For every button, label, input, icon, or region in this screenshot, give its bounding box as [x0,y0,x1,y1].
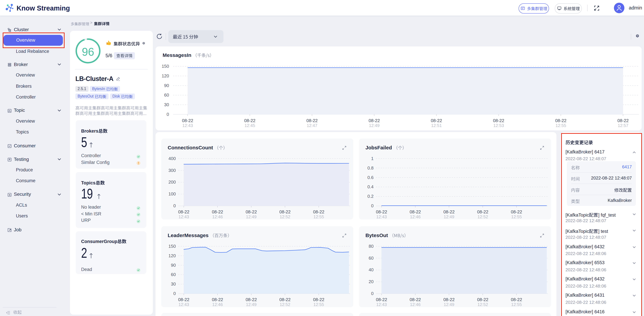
svg-text:08-22: 08-22 [313,297,324,302]
svg-text:1: 1 [371,156,374,161]
svg-text:0: 0 [167,112,169,117]
svg-text:12:46: 12:46 [212,214,223,219]
svg-text:0: 0 [371,291,374,296]
svg-text:12:43: 12:43 [178,302,189,307]
svg-text:12:43: 12:43 [376,302,387,307]
svg-text:90: 90 [164,83,169,88]
svg-text:12:49: 12:49 [369,123,380,128]
svg-text:120: 120 [162,73,169,78]
svg-text:80: 80 [369,244,374,249]
svg-text:08-22: 08-22 [410,209,421,214]
svg-text:12:49: 12:49 [246,214,256,219]
svg-text:12:57: 12:57 [618,123,628,128]
svg-text:12:55: 12:55 [314,214,324,219]
svg-text:90: 90 [171,263,176,268]
svg-text:0.6: 0.6 [368,175,374,180]
svg-text:12:55: 12:55 [511,302,522,307]
svg-text:96: 96 [82,46,94,58]
svg-text:08-22: 08-22 [555,118,566,123]
svg-text:12:55: 12:55 [556,123,566,128]
svg-text:120: 120 [168,253,176,258]
svg-text:12:46: 12:46 [410,214,421,219]
svg-text:12:43: 12:43 [178,214,189,219]
svg-text:200: 200 [168,180,176,185]
svg-text:08-22: 08-22 [369,118,380,123]
svg-text:60: 60 [369,256,374,261]
svg-text:08-22: 08-22 [246,209,257,214]
svg-text:08-22: 08-22 [443,209,455,214]
svg-text:08-22: 08-22 [280,209,291,214]
svg-text:08-22: 08-22 [280,297,291,302]
svg-text:08-22: 08-22 [376,209,387,214]
svg-text:0: 0 [371,203,374,208]
svg-text:300: 300 [168,168,176,173]
svg-text:08-22: 08-22 [443,297,455,302]
svg-text:08-22: 08-22 [313,209,324,214]
svg-text:08-22: 08-22 [376,297,387,302]
svg-text:400: 400 [168,156,176,161]
svg-text:08-22: 08-22 [212,297,223,302]
svg-text:08-22: 08-22 [431,118,442,123]
svg-text:12:52: 12:52 [280,214,290,219]
svg-text:12:49: 12:49 [444,214,454,219]
svg-text:12:46: 12:46 [212,302,223,307]
svg-text:0: 0 [174,203,176,208]
svg-text:0: 0 [174,291,176,296]
svg-text:08-22: 08-22 [212,209,223,214]
svg-text:12:52: 12:52 [478,214,488,219]
svg-text:12:47: 12:47 [307,123,318,128]
svg-text:12:46: 12:46 [410,302,421,307]
svg-text:08-22: 08-22 [410,297,421,302]
svg-text:08-22: 08-22 [306,118,318,123]
svg-text:12:51: 12:51 [431,123,442,128]
svg-text:08-22: 08-22 [246,297,257,302]
svg-text:12:43: 12:43 [182,123,193,128]
svg-text:40: 40 [369,267,374,272]
svg-text:0.2: 0.2 [368,194,374,199]
svg-text:0.8: 0.8 [368,166,374,171]
svg-text:100: 100 [168,191,176,197]
svg-text:08-22: 08-22 [477,209,488,214]
svg-text:12:49: 12:49 [444,302,454,307]
svg-text:12:43: 12:43 [376,214,387,219]
svg-text:12:53: 12:53 [494,123,504,128]
svg-text:20: 20 [369,279,374,284]
svg-text:08-22: 08-22 [493,118,504,123]
svg-text:12:52: 12:52 [280,302,290,307]
svg-text:12:55: 12:55 [511,214,522,219]
svg-text:08-22: 08-22 [178,209,190,214]
svg-text:60: 60 [171,272,176,277]
svg-text:08-22: 08-22 [618,118,629,123]
svg-text:08-22: 08-22 [477,297,488,302]
svg-text:150: 150 [168,244,176,249]
svg-text:08-22: 08-22 [511,209,522,214]
svg-text:60: 60 [164,92,169,98]
svg-text:12:52: 12:52 [478,302,488,307]
svg-text:150: 150 [162,64,169,69]
svg-text:30: 30 [171,281,176,286]
svg-text:12:45: 12:45 [244,123,255,128]
svg-text:0.4: 0.4 [368,184,374,189]
svg-text:12:49: 12:49 [246,302,256,307]
svg-text:30: 30 [164,102,169,107]
svg-text:08-22: 08-22 [182,118,193,123]
svg-text:08-22: 08-22 [178,297,190,302]
svg-text:12:55: 12:55 [314,302,324,307]
svg-text:a: a [9,193,10,196]
svg-text:08-22: 08-22 [244,118,256,123]
svg-text:08-22: 08-22 [511,297,522,302]
